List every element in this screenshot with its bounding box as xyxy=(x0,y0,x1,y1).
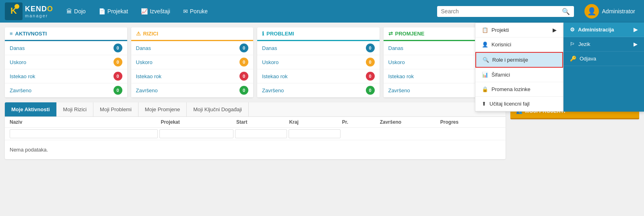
tab-problemi[interactable]: Moji Problemi xyxy=(93,102,138,116)
izvestaji-icon: 📈 xyxy=(141,8,148,15)
widget-rizici: ⚠ RIZICI Danas 0 Uskoro 0 Istekao rok 0 … xyxy=(131,27,254,98)
main-nav: 🏛 Dojo 📄 Projekat 📈 Izveštaji ✉ Poruke xyxy=(61,6,431,17)
dropdown-administracija[interactable]: ⚙ Administracija ▶ xyxy=(564,23,644,37)
logo-subtext: manager xyxy=(25,13,53,18)
logout-icon: 🔑 xyxy=(570,56,576,62)
nav-dojo[interactable]: 🏛 Dojo xyxy=(61,6,91,17)
tabs-bar: Moje Aktivnosti Moji Rizici Moji Problem… xyxy=(5,102,506,117)
widget-aktivnosti: ≡ AKTIVNOSTI Danas 0 Uskoro 0 Istekao ro… xyxy=(5,27,127,98)
tab-rizici[interactable]: Moji Rizici xyxy=(57,102,94,116)
dropdown-licenca[interactable]: ⬆ Učitaj licencni fajl xyxy=(475,97,563,111)
search-icon: 🔍 xyxy=(562,8,570,15)
gear-icon: ⚙ xyxy=(570,27,575,33)
upload-icon: ⬆ xyxy=(482,101,486,107)
widgets-row: ≡ AKTIVNOSTI Danas 0 Uskoro 0 Istekao ro… xyxy=(5,27,506,98)
problemi-icon: ℹ xyxy=(262,31,264,37)
tab-aktivnosti[interactable]: Moje Aktivnosti xyxy=(5,102,57,116)
aktivnosti-danas: Danas 0 xyxy=(5,41,127,55)
tab-dogadjaji[interactable]: Moji Ključni Događaji xyxy=(187,102,249,116)
avatar: 👤 xyxy=(584,4,599,19)
user-name: Administrator xyxy=(602,8,635,15)
search-input[interactable] xyxy=(441,8,562,15)
sifarnici-icon: 📊 xyxy=(482,72,488,78)
rizici-icon: ⚠ xyxy=(136,31,141,37)
projekti-icon: 📋 xyxy=(482,27,488,33)
lock-icon: 🔒 xyxy=(482,86,488,92)
arrow-right-icon2: ▶ xyxy=(634,27,638,33)
filter-projekat[interactable] xyxy=(159,129,233,138)
poruke-icon: ✉ xyxy=(183,8,188,15)
widget-aktivnosti-header: ≡ AKTIVNOSTI xyxy=(5,27,127,41)
widget-rizici-header: ⚠ RIZICI xyxy=(131,27,254,41)
left-content: ≡ AKTIVNOSTI Danas 0 Uskoro 0 Istekao ro… xyxy=(5,27,506,159)
svg-point-2 xyxy=(14,4,19,9)
table-filters xyxy=(5,128,506,140)
no-data-message: Nema podataka. xyxy=(5,140,506,159)
user-menu-trigger[interactable]: 👤 Administrator xyxy=(580,2,639,20)
search-box: 🔍 xyxy=(437,6,574,17)
dropdown-odjava[interactable]: 🔑 Odjava xyxy=(564,52,644,66)
tabs-section: Moje Aktivnosti Moji Rizici Moji Problem… xyxy=(5,102,506,159)
flag-icon: 🏳 xyxy=(570,41,575,47)
dropdown-overlay: 📋 Projekti ▶ 👤 Korisnici 🔍 Role i permis… xyxy=(475,23,644,112)
dropdown-right: ⚙ Administracija ▶ 🏳 Jezik ▶ 🔑 Odjava xyxy=(564,23,644,112)
dropdown-sifarnici[interactable]: 📊 Šifarnici xyxy=(475,68,563,82)
aktivnosti-zavrseno: Završeno 0 xyxy=(5,83,127,98)
arrow-right-icon: ▶ xyxy=(553,27,557,33)
arrow-right-icon3: ▶ xyxy=(634,41,638,47)
filter-kraj[interactable] xyxy=(289,129,341,138)
nav-poruke[interactable]: ✉ Poruke xyxy=(178,6,213,17)
dropdown-promena[interactable]: 🔒 Promena lozinke xyxy=(475,82,563,97)
widget-problemi: ℹ PROBLEMI Danas 0 Uskoro 0 Istekao rok … xyxy=(257,27,380,98)
header: K KENDO manager 🏛 Dojo 📄 Projekat 📈 Izve… xyxy=(0,0,644,23)
tab-promjene[interactable]: Moje Promjene xyxy=(138,102,187,116)
projekat-icon: 📄 xyxy=(99,8,105,15)
nav-projekat[interactable]: 📄 Projekat xyxy=(93,6,134,17)
dropdown-korisnici[interactable]: 👤 Korisnici xyxy=(475,37,563,52)
dropdown-projekti[interactable]: 📋 Projekti ▶ xyxy=(475,23,563,37)
logo-text-kendo: KEND xyxy=(25,5,47,13)
dojo-icon: 🏛 xyxy=(66,8,72,15)
table-header: Naziv Projekat Start Kraj Pr. Završeno P… xyxy=(5,117,506,128)
logo[interactable]: K KENDO manager xyxy=(5,2,53,20)
role-icon: 🔍 xyxy=(483,57,489,63)
widget-problemi-header: ℹ PROBLEMI xyxy=(257,27,380,41)
dropdown-jezik[interactable]: 🏳 Jezik ▶ xyxy=(564,37,644,52)
aktivnosti-icon: ≡ xyxy=(10,31,13,37)
logo-icon: K xyxy=(5,2,23,20)
dropdown-role[interactable]: 🔍 Role i permisije xyxy=(475,52,563,68)
promjene-icon: ⇄ xyxy=(388,31,393,37)
aktivnosti-istekao: Istekao rok 0 xyxy=(5,69,127,83)
korisnici-icon: 👤 xyxy=(482,42,488,48)
dropdown-left: 📋 Projekti ▶ 👤 Korisnici 🔍 Role i permis… xyxy=(475,23,564,112)
nav-izvestaji[interactable]: 📈 Izveštaji xyxy=(135,6,176,17)
aktivnosti-uskoro: Uskoro 0 xyxy=(5,55,127,69)
logo-highlight: O xyxy=(47,5,53,13)
filter-start[interactable] xyxy=(235,129,287,138)
filter-naziv[interactable] xyxy=(10,129,158,138)
